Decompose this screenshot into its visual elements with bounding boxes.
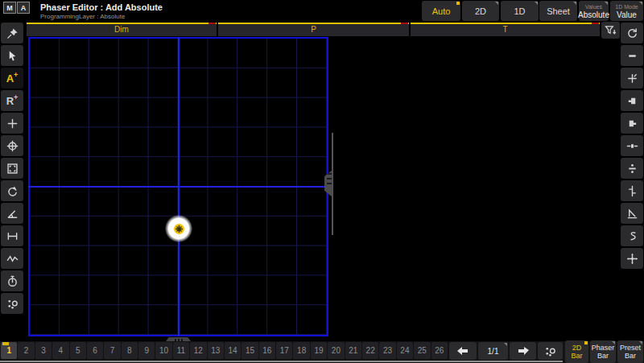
s-curve-button[interactable] (621, 225, 643, 246)
1d-mode-dropdown[interactable]: 1D Mode Value (610, 1, 643, 21)
tab-t[interactable]: T (411, 23, 600, 36)
add-absolute-button[interactable]: A+ (1, 68, 23, 89)
scale-icon (6, 163, 19, 175)
step-right-button[interactable] (621, 113, 643, 134)
step-cell-14[interactable]: 14 (225, 342, 241, 359)
step-cell-4[interactable]: 4 (52, 342, 68, 359)
clock-icon (6, 275, 19, 287)
step-cell-5[interactable]: 5 (70, 342, 86, 359)
step-cell-22[interactable]: 22 (362, 342, 378, 359)
dots-icon (6, 298, 19, 310)
flat-button[interactable] (621, 45, 643, 66)
corner-marker-icon (639, 2, 642, 5)
pin-icon (6, 27, 19, 39)
add-relative-button[interactable]: R+ (1, 90, 23, 111)
step-left-icon (626, 95, 638, 107)
step-cell-19[interactable]: 19 (311, 342, 327, 359)
step-cell-12[interactable]: 12 (190, 342, 206, 359)
step-cell-10[interactable]: 10 (155, 342, 171, 359)
step-cell-13[interactable]: 13 (208, 342, 224, 359)
center-button[interactable] (1, 135, 23, 156)
corner-marker-icon (573, 2, 576, 5)
mirror-button[interactable] (621, 180, 643, 201)
step-cell-9[interactable]: 9 (138, 342, 155, 359)
corner-button[interactable] (621, 203, 643, 224)
angle-icon (6, 208, 19, 220)
step-cell-20[interactable]: 20 (328, 342, 344, 359)
speed-button[interactable] (1, 270, 23, 291)
corner-marker-icon (504, 343, 507, 346)
spline-button[interactable] (621, 68, 643, 89)
values-dropdown[interactable]: Values Absolute (579, 1, 609, 21)
phase-button[interactable] (1, 293, 23, 314)
phase-view-button[interactable] (538, 342, 563, 360)
phaser-editor-window: M A Phaser Editor : Add Absolute Program… (0, 0, 644, 363)
select-button[interactable] (1, 45, 23, 66)
preset-bar-toggle[interactable]: PresetBar (617, 340, 643, 363)
tab-p[interactable]: P (218, 23, 409, 36)
scale-button[interactable] (1, 158, 23, 179)
window-bottom-edge (0, 361, 563, 362)
view-mode-auto[interactable]: Auto (422, 1, 460, 21)
pin-button[interactable] (1, 23, 23, 43)
step-cell-16[interactable]: 16 (259, 342, 275, 359)
step-cell-8[interactable]: 8 (122, 342, 138, 359)
pan-button[interactable] (621, 248, 643, 269)
step-cell-2[interactable]: 2 (18, 342, 34, 359)
wave-button[interactable] (1, 248, 23, 269)
tab-red-tick (208, 23, 216, 24)
step-cell-18[interactable]: 18 (293, 342, 309, 359)
page-prev-button[interactable] (449, 342, 477, 360)
corner-marker-icon (495, 2, 498, 5)
page-subtitle: ProgrammingLayer : Absolute (40, 13, 125, 20)
width-button[interactable] (1, 225, 23, 246)
page-indicator[interactable]: 1/1 (478, 342, 508, 360)
step-cell-11[interactable]: 11 (173, 342, 189, 359)
spline-icon (626, 72, 638, 85)
step-cell-25[interactable]: 25 (414, 342, 430, 359)
step-cell-6[interactable]: 6 (87, 342, 103, 359)
filter-button[interactable] (601, 22, 620, 39)
s-curve-icon (626, 230, 638, 242)
corner-marker-icon (535, 2, 538, 5)
tab-dim[interactable]: Dim (27, 23, 217, 36)
2d-bar-toggle[interactable]: 2DBar (565, 340, 588, 363)
wave-icon (6, 253, 19, 265)
tab-accent-line (27, 23, 217, 24)
plus-icon (6, 118, 19, 130)
cursor-icon (6, 50, 19, 62)
page-indicator-label: 1/1 (488, 347, 499, 356)
step-cell-24[interactable]: 24 (397, 342, 413, 359)
funnel-icon (605, 25, 617, 36)
angle-button[interactable] (1, 203, 23, 224)
view-mode-1d[interactable]: 1D (501, 1, 539, 21)
rotate-button[interactable] (1, 180, 23, 201)
active-corner-marker (584, 341, 588, 344)
step-marker[interactable] (165, 215, 192, 242)
selected-cell-marker (2, 342, 9, 345)
align-center-button[interactable] (621, 135, 643, 156)
step-cell-21[interactable]: 21 (345, 342, 361, 359)
step-cell-17[interactable]: 17 (276, 342, 292, 359)
arrow-right-icon (518, 346, 529, 356)
ma-logo-letter-m: M (3, 2, 16, 14)
mirror-icon (626, 185, 638, 197)
step-left-button[interactable] (621, 90, 643, 111)
divide-icon (626, 163, 638, 175)
move-button[interactable] (1, 113, 23, 134)
view-mode-2d[interactable]: 2D (462, 1, 499, 21)
step-right-icon (626, 118, 638, 130)
view-mode-sheet[interactable]: Sheet (539, 1, 577, 21)
distribute-button[interactable] (621, 158, 643, 179)
step-cell-26[interactable]: 26 (431, 342, 448, 359)
step-cell-23[interactable]: 23 (379, 342, 395, 359)
corner-icon (626, 208, 638, 220)
step-cell-3[interactable]: 3 (35, 342, 52, 359)
tab-red-tick (592, 23, 599, 24)
phaser-bar-toggle[interactable]: PhaserBar (590, 340, 616, 363)
sync-button[interactable] (621, 23, 643, 43)
page-next-button[interactable] (510, 342, 536, 360)
step-cell-1[interactable]: 1 (1, 342, 17, 359)
step-cell-7[interactable]: 7 (104, 342, 120, 359)
step-cell-15[interactable]: 15 (242, 342, 258, 359)
